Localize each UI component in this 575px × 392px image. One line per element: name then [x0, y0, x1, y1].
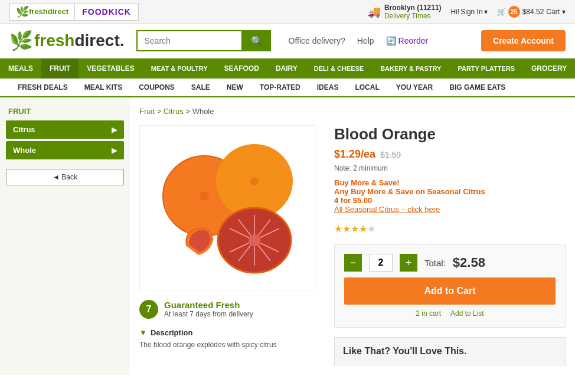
- top-bar: 🌿 freshdirect FOODKICK 🚚 Brooklyn (11211…: [0, 0, 575, 24]
- cart-sub-actions: 2 in cart Add to List: [344, 309, 556, 318]
- product-layout: 7 Guaranteed Fresh At least 7 days from …: [139, 125, 566, 365]
- content-area: FRUIT Citrus ▶ Whole ▶ ◄ Back Fruit > Ci…: [0, 97, 575, 375]
- star-5-empty: ★: [367, 224, 375, 234]
- chevron-down-icon: ▾: [484, 8, 488, 16]
- search-input[interactable]: [136, 30, 243, 51]
- svg-point-4: [250, 177, 259, 185]
- add-to-list-link[interactable]: Add to List: [450, 309, 484, 318]
- logo-fresh-text: fresh: [34, 31, 74, 50]
- in-cart-text: 2 in cart: [416, 309, 441, 318]
- breadcrumb-whole: Whole: [192, 107, 214, 116]
- chevron-down-icon-cart: ▾: [562, 8, 566, 16]
- cart-area[interactable]: 🛒 25 $84.52 Cart ▾: [497, 6, 566, 18]
- subnav-meal-kits[interactable]: Meal Kits: [76, 79, 130, 96]
- product-note: Note: 2 minimum: [334, 164, 566, 172]
- reorder-icon: 🔄: [386, 36, 396, 45]
- main-logo[interactable]: 🌿 freshdirect.: [9, 30, 125, 52]
- subnav-coupons[interactable]: Coupons: [130, 79, 183, 96]
- nav-meat-poultry[interactable]: Meat & Poultry: [143, 58, 216, 79]
- cart-icon: 🛒: [497, 8, 506, 16]
- nav-fruit[interactable]: Fruit: [41, 58, 79, 79]
- subnav-local[interactable]: Local: [347, 79, 387, 96]
- svg-point-13: [249, 234, 260, 246]
- product-image-area: 7 Guaranteed Fresh At least 7 days from …: [139, 125, 316, 365]
- nav-bakery-pastry[interactable]: Bakery & Pastry: [372, 58, 449, 79]
- sidebar-whole-label: Whole: [13, 146, 36, 155]
- sidebar: FRUIT Citrus ▶ Whole ▶ ◄ Back: [0, 97, 130, 375]
- freshdirect-logo[interactable]: 🌿 freshdirect: [9, 3, 75, 21]
- fresh-text: Guaranteed Fresh At least 7 days from de…: [164, 300, 253, 318]
- back-button[interactable]: ◄ Back: [6, 169, 124, 185]
- quantity-input[interactable]: [369, 254, 393, 272]
- description-title: Description: [151, 328, 193, 337]
- fd-brand-text: freshdirect: [29, 7, 68, 16]
- sign-in-text: Sign In: [460, 8, 482, 16]
- help-link[interactable]: Help: [357, 36, 374, 45]
- nav-dairy[interactable]: Dairy: [267, 58, 306, 79]
- fresh-subtitle: At least 7 days from delivery: [164, 310, 253, 318]
- nav-grocery[interactable]: Grocery: [523, 58, 575, 79]
- quantity-decrease-button[interactable]: −: [344, 254, 362, 272]
- product-price: $1.29/ea $1.59: [334, 148, 566, 161]
- breadcrumb-sep-2: >: [185, 107, 192, 116]
- sign-in-button[interactable]: Hi! Sign In ▾: [451, 8, 488, 16]
- fresh-badge: 7: [139, 300, 158, 319]
- product-image: [151, 137, 305, 279]
- subnav-new[interactable]: New: [218, 79, 251, 96]
- price-current: $1.29/ea: [334, 148, 375, 161]
- description-text: The blood orange explodes with spicy cit…: [139, 341, 316, 349]
- breadcrumb-fruit[interactable]: Fruit: [139, 107, 155, 116]
- sidebar-title: FRUIT: [6, 107, 124, 116]
- fd-leaf-icon: 🌿: [16, 5, 29, 18]
- star-1: ★: [334, 224, 342, 234]
- nav-party-platters[interactable]: Party Platters: [449, 58, 523, 79]
- quantity-increase-button[interactable]: +: [400, 254, 417, 272]
- star-3: ★: [351, 224, 359, 234]
- promo-link-anchor[interactable]: All Seasonal Citrus – click here: [334, 205, 440, 214]
- promo-link[interactable]: All Seasonal Citrus – click here: [334, 205, 566, 214]
- sidebar-item-whole[interactable]: Whole ▶: [6, 141, 124, 159]
- create-account-button[interactable]: Create Account: [481, 30, 566, 51]
- subnav-sale[interactable]: Sale: [183, 79, 218, 96]
- subnav-big-game-eats[interactable]: Big Game Eats: [441, 79, 514, 96]
- total-price: $2.58: [453, 255, 485, 270]
- greeting-text: Hi!: [451, 8, 460, 16]
- header-links: Office delivery? Help 🔄 Reorder: [289, 36, 429, 45]
- description-heading: ▼ Description: [139, 328, 316, 337]
- subnav-fresh-deals[interactable]: Fresh Deals: [9, 79, 76, 96]
- breadcrumb: Fruit > Citrus > Whole: [139, 107, 566, 116]
- subnav-top-rated[interactable]: Top-Rated: [251, 79, 309, 96]
- location-text: Brooklyn (11211): [384, 4, 442, 12]
- cart-label: Cart: [546, 8, 560, 16]
- promo-box: Buy More & Save! Any Buy More & Save on …: [334, 178, 566, 214]
- sub-navigation: Fresh Deals Meal Kits Coupons Sale New T…: [0, 79, 575, 97]
- fresh-title: Guaranteed Fresh: [164, 300, 253, 310]
- breadcrumb-citrus[interactable]: Citrus: [164, 107, 184, 116]
- search-button[interactable]: 🔍: [243, 30, 271, 51]
- subnav-ideas[interactable]: Ideas: [309, 79, 347, 96]
- nav-deli-cheese[interactable]: Deli & Cheese: [306, 58, 372, 79]
- subnav-you-year[interactable]: You Year: [388, 79, 441, 96]
- promo-title: Buy More & Save!: [334, 178, 566, 187]
- cart-count-badge: 25: [508, 6, 520, 18]
- nav-vegetables[interactable]: Vegetables: [79, 58, 142, 79]
- reorder-link[interactable]: 🔄 Reorder: [386, 36, 429, 45]
- product-stars: ★★★★★: [334, 223, 566, 234]
- foodkick-logo[interactable]: FOODKICK: [75, 3, 139, 21]
- promo-price: 4 for $5.00: [334, 196, 372, 205]
- star-2: ★: [342, 224, 351, 234]
- nav-meals[interactable]: Meals: [0, 58, 41, 79]
- cart-amount: $84.52: [522, 8, 544, 16]
- sidebar-item-citrus[interactable]: Citrus ▶: [6, 120, 124, 139]
- nav-seafood[interactable]: Seafood: [216, 58, 267, 79]
- brand-logos: 🌿 freshdirect FOODKICK: [9, 3, 139, 21]
- product-image-box: [139, 125, 316, 290]
- delivery-info[interactable]: 🚚 Brooklyn (11211) Delivery Times: [368, 4, 442, 20]
- office-delivery-link[interactable]: Office delivery?: [289, 36, 345, 45]
- header: 🌿 freshdirect. 🔍 Office delivery? Help 🔄…: [0, 24, 575, 58]
- delivery-text: Brooklyn (11211) Delivery Times: [384, 4, 442, 20]
- delivery-times-link[interactable]: Delivery Times: [384, 12, 442, 20]
- logo-leaf-icon: 🌿: [9, 30, 33, 52]
- add-to-cart-button[interactable]: Add to Cart: [344, 277, 556, 305]
- top-bar-right: 🚚 Brooklyn (11211) Delivery Times Hi! Si…: [368, 4, 566, 20]
